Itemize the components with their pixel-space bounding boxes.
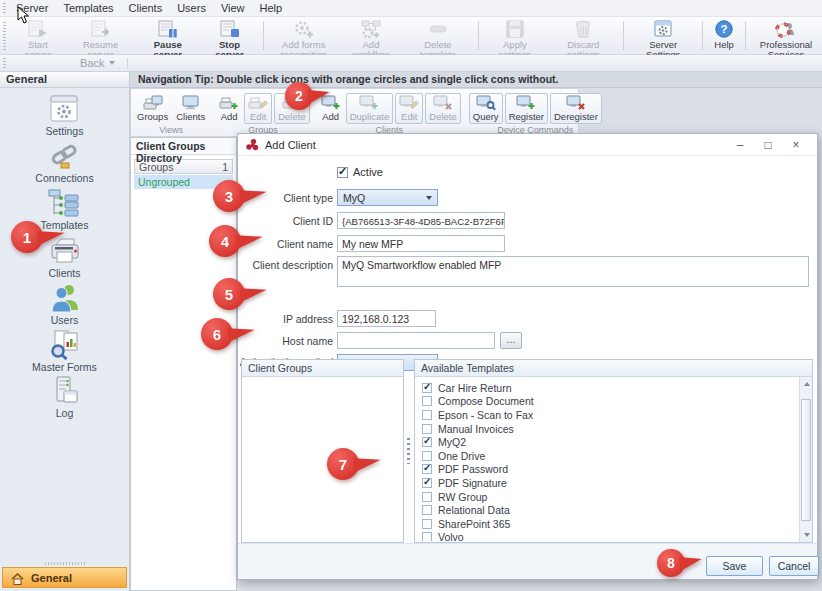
step-annotation-2: 2 <box>285 82 313 110</box>
active-label: Active <box>353 166 383 178</box>
menu-clients[interactable]: Clients <box>129 2 163 14</box>
template-checkbox[interactable] <box>422 451 432 461</box>
groups-view-button[interactable]: Groups <box>134 94 171 123</box>
client-duplicate-button[interactable]: Duplicate <box>346 93 394 124</box>
template-row[interactable]: SharePoint 365 <box>422 517 798 531</box>
sidebar-item-settings[interactable]: Settings <box>46 94 84 141</box>
scroll-down-icon[interactable] <box>804 533 810 537</box>
group-edit-button[interactable]: Edit <box>244 93 272 124</box>
template-checkbox[interactable] <box>422 505 432 515</box>
template-checkbox[interactable] <box>422 396 432 406</box>
delete-template-button[interactable]: Delete template <box>402 17 473 54</box>
groups-view-icon <box>143 95 163 111</box>
template-row[interactable]: Volvo <box>422 531 798 541</box>
help-icon: ? <box>713 19 735 39</box>
menu-templates[interactable]: Templates <box>63 2 113 14</box>
clients-ribbon: Groups Clients Views Add Edit <box>130 88 579 137</box>
clients-view-button[interactable]: Clients <box>173 94 208 123</box>
sidebar-item-templates[interactable]: Templates <box>41 188 89 235</box>
add-workflow-button[interactable]: Add workflow <box>340 17 402 54</box>
toolbar-grip[interactable] <box>3 22 6 50</box>
close-button[interactable]: × <box>782 135 810 155</box>
groups-column-header[interactable]: Groups 1 <box>134 159 233 174</box>
client-id-label: Client ID <box>238 215 333 227</box>
client-description-label: Client description <box>238 259 333 271</box>
scrollbar-thumb[interactable] <box>801 399 811 521</box>
template-checkbox[interactable] <box>422 464 432 474</box>
ip-address-field[interactable]: 192,168.0.123 <box>337 310 436 327</box>
templates-scrollbar[interactable] <box>799 377 812 542</box>
apply-settings-button[interactable]: Apply settings <box>483 17 548 54</box>
dialog-title: Add Client <box>265 139 316 151</box>
template-row[interactable]: PDF Signature <box>422 476 798 490</box>
template-checkbox[interactable] <box>422 383 432 393</box>
maximize-button[interactable]: □ <box>754 135 782 155</box>
active-checkbox-row[interactable]: Active <box>337 166 383 178</box>
template-row[interactable]: Epson - Scan to Fax <box>422 408 798 422</box>
sidebar-grip[interactable] <box>45 562 85 565</box>
stop-server-button[interactable]: Stop server <box>200 17 259 54</box>
backbar-grip[interactable] <box>3 58 6 69</box>
group-add-icon <box>219 95 239 111</box>
pause-server-button[interactable]: Pause server <box>135 17 200 54</box>
client-edit-button[interactable]: Edit <box>395 93 423 124</box>
add-forms-recognition-button[interactable]: Add forms recognition <box>268 17 340 54</box>
scroll-up-icon[interactable] <box>804 382 810 386</box>
dialog-titlebar[interactable]: Add Client – □ × <box>238 134 817 156</box>
group-add-button[interactable]: Add <box>216 94 242 123</box>
template-row[interactable]: Compose Document <box>422 395 798 409</box>
step-annotation-1: 1 <box>11 221 43 253</box>
server-settings-icon <box>652 19 674 39</box>
active-checkbox[interactable] <box>337 167 348 178</box>
save-button[interactable]: Save <box>706 556 763 576</box>
cancel-button[interactable]: Cancel <box>769 556 819 576</box>
sidebar-footer-general[interactable]: General <box>2 567 127 588</box>
query-button[interactable]: Query <box>469 93 503 124</box>
discard-settings-button[interactable]: Discard settings <box>547 17 619 54</box>
minimize-button[interactable]: – <box>726 135 754 155</box>
template-checkbox[interactable] <box>422 492 432 502</box>
resume-server-button[interactable]: Resume server <box>66 17 136 54</box>
client-type-select[interactable]: MyQ <box>337 189 438 206</box>
sidebar-item-log[interactable]: Log <box>48 376 82 423</box>
query-icon <box>476 95 496 111</box>
professional-services-button[interactable]: Professional Services <box>750 17 822 54</box>
template-row[interactable]: One Drive <box>422 449 798 463</box>
sidebar-item-connections[interactable]: Connections <box>35 141 93 188</box>
template-checkbox[interactable] <box>422 532 432 541</box>
menu-users[interactable]: Users <box>177 2 206 14</box>
client-id-field[interactable]: {AB766513-3F48-4D85-BAC2-B72F6F680053} <box>337 212 505 229</box>
sidebar-item-master-forms[interactable]: Master Forms <box>32 329 97 376</box>
client-delete-button[interactable]: Delete <box>425 93 460 124</box>
server-settings-button[interactable]: Server Settings <box>628 17 698 54</box>
template-row[interactable]: Manual Invoices <box>422 422 798 436</box>
template-checkbox[interactable] <box>422 478 432 488</box>
users-icon <box>48 282 82 313</box>
template-row[interactable]: Car Hire Return <box>422 381 798 395</box>
menu-view[interactable]: View <box>221 2 245 14</box>
templates-list: Car Hire Return Compose Document Epson -… <box>415 377 798 541</box>
help-button[interactable]: ? Help <box>707 17 741 54</box>
host-name-browse-button[interactable]: ... <box>500 332 522 349</box>
panel-splitter[interactable] <box>404 359 412 543</box>
deregister-button[interactable]: Deregister <box>550 93 602 124</box>
menu-help[interactable]: Help <box>260 2 283 14</box>
template-checkbox[interactable] <box>422 424 432 434</box>
template-checkbox[interactable] <box>422 437 432 447</box>
chevron-down-icon <box>109 61 115 65</box>
client-name-field[interactable]: My new MFP <box>337 235 505 252</box>
template-checkbox[interactable] <box>422 410 432 420</box>
back-button[interactable]: Back <box>80 57 115 69</box>
host-name-field[interactable] <box>337 332 495 349</box>
template-row[interactable]: MyQ2 <box>422 435 798 449</box>
server-resume-icon <box>90 19 112 39</box>
client-description-field[interactable]: MyQ Smartworkflow enabled MFP <box>337 256 809 287</box>
template-row[interactable]: Relational Data <box>422 503 798 517</box>
sidebar-item-users[interactable]: Users <box>48 282 82 329</box>
template-row[interactable]: RW Group <box>422 490 798 504</box>
template-row[interactable]: PDF Password <box>422 463 798 477</box>
menubar-grip[interactable] <box>3 3 6 14</box>
ribbon-group-views: Groups Clients Views <box>131 89 211 136</box>
register-button[interactable]: Register <box>505 93 548 124</box>
template-checkbox[interactable] <box>422 519 432 529</box>
